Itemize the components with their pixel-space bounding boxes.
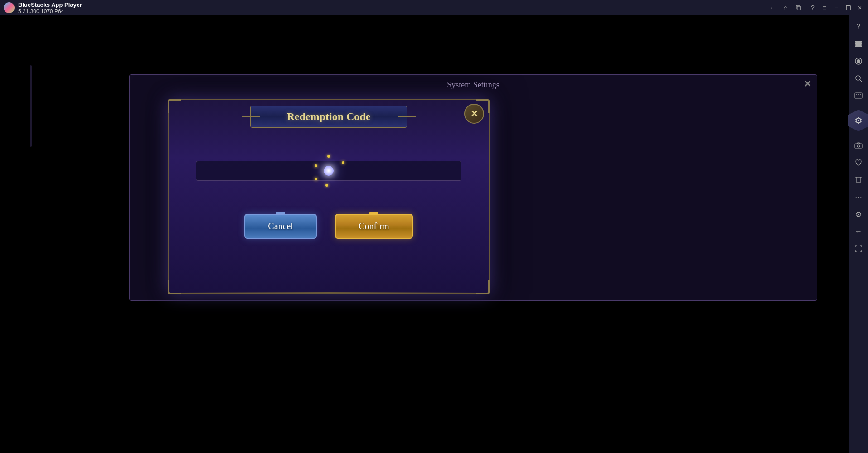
sidebar-search-icon[interactable] [851,71,866,86]
app-name: BlueStacks App Player [18,1,82,8]
sidebar-layers-icon[interactable] [851,36,866,52]
right-sidebar: ? ⚙ [849,15,868,453]
sidebar-keymap-icon[interactable] [851,88,866,103]
home-nav-button[interactable]: ⌂ [781,3,790,12]
sidebar-more-icon[interactable]: ⋯ [851,189,866,205]
modal-bottom-decoration [178,292,480,293]
svg-rect-14 [856,178,861,182]
close-button[interactable]: × [855,3,864,12]
sidebar-settings-icon[interactable]: ⚙ [851,207,866,222]
sidebar-help-icon[interactable]: ? [851,19,866,34]
main-area: System Settings ✕ Redemption Code ✕ [0,15,849,453]
redemption-code-input[interactable] [196,161,461,181]
multi-nav-button[interactable]: ⧉ [794,3,803,12]
sidebar-gear-container: ⚙ [845,107,868,134]
svg-line-6 [860,80,862,82]
svg-point-5 [856,76,860,80]
system-settings-title: System Settings [130,75,817,90]
svg-rect-2 [855,45,862,47]
window-controls: ? ≡ − ⧠ × [808,3,864,12]
modal-header: Redemption Code ✕ [169,100,489,128]
sidebar-crop-icon[interactable] [851,172,866,188]
back-nav-button[interactable]: ← [768,3,777,12]
spinner-dot-3 [325,184,328,187]
sidebar-back-icon[interactable]: ← [851,224,866,239]
sidebar-fullscreen-icon[interactable] [851,241,866,256]
modal-title-banner: Redemption Code [250,106,407,128]
spinner-dot-1 [327,155,330,158]
svg-rect-0 [855,41,862,43]
svg-point-13 [857,145,860,147]
modal-close-button[interactable]: ✕ [464,104,484,124]
svg-rect-1 [855,43,862,45]
modal-buttons: Cancel Confirm [169,200,489,248]
menu-button[interactable]: ≡ [820,3,829,12]
confirm-button[interactable]: Confirm [335,214,413,239]
titlebar: BlueStacks App Player 5.21.300.1070 P64 … [0,0,868,15]
minimize-button[interactable]: − [832,3,841,12]
modal-body [169,128,489,200]
svg-rect-7 [855,93,862,98]
redemption-modal: Redemption Code ✕ [168,99,490,294]
cancel-button[interactable]: Cancel [244,214,317,239]
input-area [196,159,461,182]
app-version: 5.21.300.1070 P64 [18,8,64,14]
sidebar-record-icon[interactable] [851,53,866,69]
sidebar-gear-icon[interactable]: ⚙ [848,110,868,131]
titlebar-nav: ← ⌂ ⧉ [768,3,803,12]
help-button[interactable]: ? [808,3,817,12]
restore-button[interactable]: ⧠ [844,3,853,12]
modal-title: Redemption Code [287,111,371,122]
system-settings-close-button[interactable]: ✕ [804,78,811,89]
app-logo [4,2,15,13]
left-decoration [30,65,32,147]
sidebar-camera-icon[interactable] [851,138,866,153]
svg-point-4 [857,59,860,63]
sidebar-eco-icon[interactable] [851,155,866,170]
